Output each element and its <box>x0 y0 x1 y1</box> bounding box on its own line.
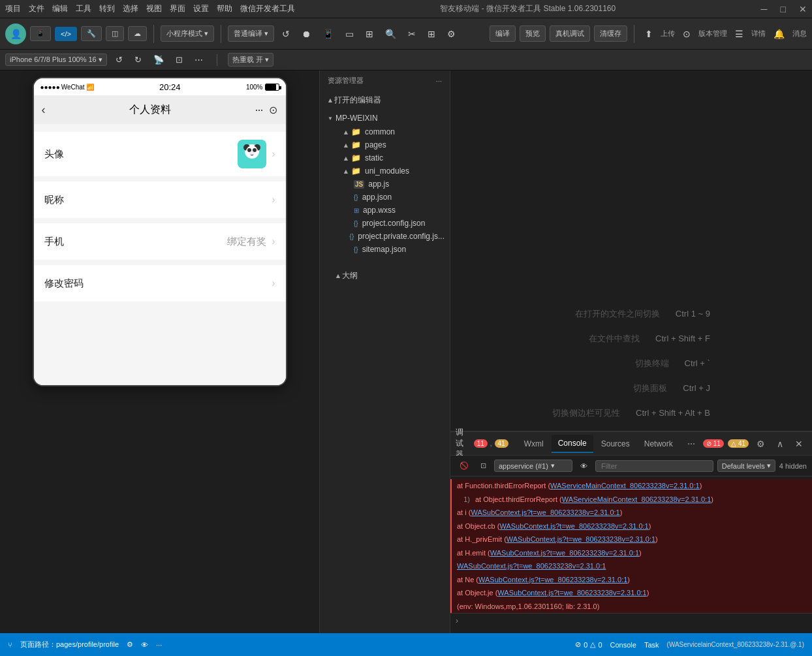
cloud-toggle-button[interactable]: ☁ <box>128 26 147 41</box>
menu-item-edit[interactable]: 编辑 <box>52 3 68 14</box>
profile-item-phone[interactable]: 手机 绑定有奖 › <box>34 223 286 260</box>
tab-wxml[interactable]: Wxml <box>518 435 550 452</box>
link-4[interactable]: WASubContext.js?t=we_806233238v=2.31.0:1 <box>499 522 648 530</box>
devtools-close-button[interactable]: ✕ <box>791 437 807 451</box>
editor-toggle-button[interactable]: </> <box>55 27 77 41</box>
settings-extra-button[interactable]: ⚙ <box>443 26 460 42</box>
avatar-image[interactable] <box>238 140 266 168</box>
status-more-button[interactable]: ··· <box>156 641 162 649</box>
menu-item-settings[interactable]: 设置 <box>193 3 209 14</box>
compile-action-btn[interactable]: 编译 <box>490 25 516 42</box>
file-app-json[interactable]: {} app.json <box>320 191 450 204</box>
minimize-button[interactable]: ─ <box>761 4 768 14</box>
console-output[interactable]: at Function.thirdErrorReport (WAServiceM… <box>450 476 812 633</box>
link-7[interactable]: WASubContext.js?t=we_806233238v=2.31.0:1 <box>457 562 606 570</box>
menu-item-goto[interactable]: 转到 <box>99 3 115 14</box>
status-path[interactable]: 页面路径：pages/profile/profile <box>20 640 119 649</box>
open-editors-toggle[interactable]: ▶ 打开的编辑器 <box>320 92 450 108</box>
profile-item-nickname[interactable]: 昵称 › <box>34 181 286 218</box>
link-1[interactable]: WAServiceMainContext_806233238v=2.31.0:1 <box>550 482 700 490</box>
link-8[interactable]: WASubContext.js?t=we_806233238v=2.31.0:1 <box>478 576 627 584</box>
file-app-js[interactable]: JS app.js <box>320 178 450 191</box>
simulator-toggle-button[interactable]: 📱 <box>30 26 51 41</box>
file-sitemap[interactable]: {} sitemap.json <box>320 243 450 256</box>
network-button[interactable]: 📡 <box>150 53 167 67</box>
explorer-more-button[interactable]: ··· <box>436 77 442 85</box>
file-project-config[interactable]: {} project.config.json <box>320 217 450 230</box>
menu-item-file[interactable]: 文件 <box>29 3 44 14</box>
tab-sources[interactable]: Sources <box>595 435 636 452</box>
devtools-settings-button[interactable]: ⚙ <box>753 437 769 451</box>
status-eye-button[interactable]: 👁 <box>141 641 148 649</box>
folder-pages[interactable]: ▶ 📁 pages <box>320 138 450 151</box>
scissors-button[interactable]: ✂ <box>404 26 420 42</box>
console-filter-input[interactable] <box>595 460 713 472</box>
link-3[interactable]: WASubContext.js?t=we_806233238v=2.31.0:1 <box>471 508 619 516</box>
link-9[interactable]: WASubContext.js?t=we_806233238v=2.31.0:1 <box>497 589 646 597</box>
rotate-right-button[interactable]: ↻ <box>131 53 145 67</box>
menu-item-interface[interactable]: 界面 <box>170 3 185 14</box>
status-settings-button[interactable]: ⚙ <box>127 640 133 649</box>
eye-button[interactable]: 👁 <box>576 460 591 473</box>
preview-btn[interactable]: 预览 <box>520 25 546 42</box>
nav-scan-button[interactable]: ⊙ <box>269 104 277 116</box>
screenshot-button[interactable]: ⊡ <box>172 53 186 67</box>
tab-network[interactable]: Network <box>638 435 679 452</box>
menu-item-devtools[interactable]: 微信开发者工具 <box>240 3 295 14</box>
split-button[interactable]: ⊞ <box>362 26 377 42</box>
upload-btn[interactable]: ⬆ <box>641 26 657 42</box>
project-toggle[interactable]: ▼ MP-WEIXIN <box>320 111 450 125</box>
maximize-button[interactable]: □ <box>781 4 786 14</box>
profile-item-avatar[interactable]: 头像 <box>34 132 286 176</box>
bell-icon-btn[interactable]: 🔔 <box>770 26 789 42</box>
status-branch-icon[interactable]: ⑂ <box>8 641 12 649</box>
devtools-collapse-button[interactable]: ∧ <box>773 437 787 451</box>
device-select[interactable]: iPhone 6/7/8 Plus 100% 16 ▾ <box>5 54 107 66</box>
stop-button[interactable]: ⏺ <box>298 26 315 42</box>
link-6[interactable]: WASubContext.js?t=we_806233238v=2.31.0:1 <box>490 549 639 557</box>
mode-select[interactable]: 小程序模式 ▾ <box>161 25 214 42</box>
file-project-private-config[interactable]: {} project.private.config.js... <box>320 230 450 243</box>
filter-toggle-button[interactable]: ⊡ <box>476 459 490 473</box>
status-errors-count[interactable]: ⊘ 0 △ 0 <box>575 640 602 649</box>
search-button[interactable]: 🔍 <box>381 26 400 42</box>
console-levels-select[interactable]: Default levels ▾ <box>717 460 775 472</box>
details-btn[interactable]: ☰ <box>731 26 747 42</box>
real-machine-btn[interactable]: 真机调试 <box>550 25 590 42</box>
close-button[interactable]: ✕ <box>799 4 807 14</box>
more-settings-button[interactable]: ⋯ <box>191 53 206 67</box>
profile-item-password[interactable]: 修改密码 › <box>34 265 286 302</box>
rotate-left-button[interactable]: ↺ <box>112 53 126 67</box>
grid-button[interactable]: ⊞ <box>424 26 439 42</box>
tablet-button[interactable]: ▭ <box>341 26 358 42</box>
nav-dots-button[interactable]: ··· <box>255 103 262 117</box>
hot-reload-select[interactable]: 热重载 开 ▾ <box>228 53 273 67</box>
phone-button[interactable]: 📱 <box>319 26 337 42</box>
menu-item-tool[interactable]: 工具 <box>76 3 91 14</box>
compile-select[interactable]: 普通编译 ▾ <box>228 25 274 42</box>
visual-toggle-button[interactable]: ◫ <box>106 26 124 41</box>
folder-common[interactable]: ▶ 📁 common <box>320 125 450 138</box>
tab-console[interactable]: Console <box>552 435 593 453</box>
tab-more[interactable]: ⋯ <box>681 435 702 452</box>
console-input[interactable] <box>461 617 807 625</box>
menu-item-project[interactable]: 项目 <box>5 3 21 14</box>
menu-item-view[interactable]: 视图 <box>146 3 162 14</box>
link-2[interactable]: WAServiceMainContext_806233238v=2.31.0:1 <box>562 495 711 503</box>
user-avatar[interactable]: 👤 <box>5 23 26 44</box>
link-5[interactable]: WASubContext.js?t=we_806233238v=2.31.0:1 <box>507 535 655 543</box>
refresh-button[interactable]: ↺ <box>278 26 294 42</box>
clear-cache-btn[interactable]: 清缓存 <box>594 25 627 42</box>
menu-item-select[interactable]: 选择 <box>123 3 138 14</box>
bottom-task-tab[interactable]: Task <box>644 641 659 649</box>
version-btn[interactable]: ⊙ <box>679 26 695 42</box>
file-app-wxss[interactable]: ⊞ app.wxss <box>320 204 450 217</box>
menu-item-help[interactable]: 帮助 <box>217 3 232 14</box>
folder-uni-modules[interactable]: ▶ 📁 uni_modules <box>320 164 450 178</box>
dapan-section[interactable]: ▶ 大纲 <box>328 268 442 284</box>
debug-toggle-button[interactable]: 🔧 <box>81 26 102 41</box>
nav-back-button[interactable]: ‹ <box>42 103 46 117</box>
console-target-select[interactable]: appservice (#1) ▾ <box>494 460 572 472</box>
console-prompt-area[interactable]: › <box>450 613 812 628</box>
bottom-console-tab[interactable]: Console <box>610 641 636 649</box>
